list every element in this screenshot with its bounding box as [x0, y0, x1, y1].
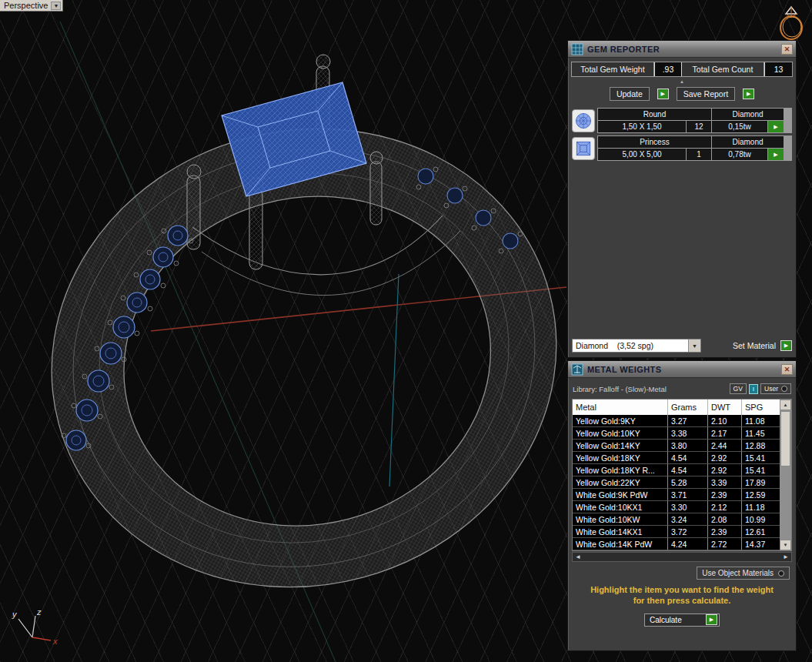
column-header-dwt[interactable]: DWT [708, 400, 742, 415]
scroll-left-icon[interactable]: ◄ [575, 553, 581, 560]
metal-grams: 3.71 [668, 489, 708, 501]
metal-row[interactable]: White Gold:10KW3.242.0810.99 [573, 513, 780, 526]
save-report-go-icon[interactable]: ▶ [743, 89, 754, 99]
metal-row[interactable]: White Gold:10KX13.302.1211.18 [573, 501, 780, 513]
metal-row[interactable]: White Gold:14K PdW4.242.7214.37 [573, 538, 780, 550]
metal-spg: 15.41 [742, 464, 781, 476]
metal-spg: 11.08 [742, 415, 781, 427]
metal-dwt: 2.17 [708, 427, 742, 440]
metal-spg: 10.99 [742, 513, 781, 526]
metal-grams: 3.38 [668, 427, 708, 440]
metal-grams: 4.54 [668, 452, 708, 464]
metal-dwt: 2.12 [708, 501, 742, 513]
metal-row[interactable]: Yellow Gold:14KY3.802.4412.88 [573, 440, 780, 452]
viewport-label-text: Perspective [4, 1, 48, 10]
gem-material: Diamond [712, 136, 784, 148]
gem-weight: 0,15tw [712, 121, 767, 132]
material-dropdown[interactable]: Diamond (3,52 spg) ▼ [572, 339, 701, 353]
use-object-materials-radio-icon[interactable] [778, 570, 784, 577]
metal-name: White Gold:10KW [573, 513, 668, 526]
metal-weights-title: METAL WEIGHTS [587, 365, 777, 374]
gem-size: 1,50 X 1,50 [598, 121, 686, 132]
metal-name: Yellow Gold:22KY [573, 476, 668, 489]
metal-dwt: 2.92 [708, 452, 742, 464]
collapse-arrow-icon[interactable]: ▲ [680, 79, 684, 84]
gv-button[interactable]: GV [730, 383, 747, 394]
viewport-dropdown-icon[interactable]: ▼ [51, 2, 61, 10]
gem-list: Round Diamond 1,50 X 1,50 12 0,15tw ▶ [568, 108, 796, 161]
metal-grams: 3.30 [668, 501, 708, 513]
gem-reporter-close-button[interactable]: ✕ [781, 44, 793, 55]
column-header-spg[interactable]: SPG [742, 400, 781, 415]
user-radio-icon[interactable] [781, 386, 787, 392]
metal-spg: 12.59 [742, 489, 781, 501]
vertical-scrollbar[interactable]: ▲ ▼ [780, 400, 791, 550]
user-button-label: User [764, 385, 778, 393]
metal-row[interactable]: Yellow Gold:18KY R...4.542.9215.41 [573, 464, 780, 476]
column-header-metal[interactable]: Metal [573, 400, 668, 415]
gem-go-icon[interactable]: ▶ [768, 149, 784, 160]
metal-name: Yellow Gold:18KY R... [573, 464, 668, 476]
gem-row-round[interactable]: Round Diamond 1,50 X 1,50 12 0,15tw ▶ [572, 108, 792, 133]
metal-row[interactable]: White Gold:14KX13.722.3912.61 [573, 526, 780, 538]
metal-row[interactable]: Yellow Gold:22KY5.283.3917.89 [573, 476, 780, 489]
total-gem-weight-value: .93 [654, 62, 682, 76]
metal-spg: 12.61 [742, 526, 781, 538]
calculate-go-icon[interactable]: ▶ [706, 614, 717, 625]
metal-spg: 11.18 [742, 501, 781, 513]
user-button[interactable]: User [760, 383, 791, 394]
instruction-text: Highlight the item you want to find the … [568, 585, 796, 607]
save-report-button[interactable]: Save Report [677, 87, 735, 101]
gem-row-princess[interactable]: Princess Diamond 5,00 X 5,00 1 0,78tw ▶ [572, 135, 792, 161]
metal-name: Yellow Gold:10KY [573, 427, 668, 440]
scroll-up-icon[interactable]: ▲ [780, 400, 791, 410]
scroll-down-icon[interactable]: ▼ [780, 540, 791, 550]
horizontal-scrollbar[interactable]: ◄ ► [572, 552, 792, 562]
gem-go-icon[interactable]: ▶ [768, 121, 784, 132]
metal-dwt: 2.44 [708, 440, 742, 452]
update-button[interactable]: Update [610, 87, 650, 101]
use-object-materials-toggle[interactable]: Use Object Materials [697, 567, 790, 580]
gem-count: 1 [687, 149, 711, 160]
metal-weights-close-button[interactable]: ✕ [781, 364, 793, 375]
metal-weights-titlebar[interactable]: METAL WEIGHTS ✕ [568, 361, 796, 378]
metal-grams: 3.24 [668, 513, 708, 526]
scroll-right-icon[interactable]: ► [783, 553, 789, 560]
metal-row[interactable]: Yellow Gold:10KY3.382.1711.45 [573, 427, 780, 440]
column-header-grams[interactable]: Grams [668, 400, 708, 415]
metal-spg: 14.37 [742, 538, 781, 550]
metal-dwt: 2.39 [708, 526, 742, 538]
set-material-go-icon[interactable]: ▶ [780, 340, 792, 351]
material-dropdown-arrow-icon[interactable]: ▼ [688, 339, 700, 352]
gem-reporter-titlebar[interactable]: GEM REPORTER ✕ [568, 41, 796, 58]
gem-reporter-icon [571, 43, 583, 55]
metal-row[interactable]: White Gold:9K PdW3.712.3912.59 [573, 489, 780, 501]
metal-name: White Gold:9K PdW [573, 489, 668, 501]
gv-indicator: I [749, 384, 758, 394]
library-label: Library: Falloff - (Slow)-Metal [573, 385, 727, 393]
gem-count: 12 [687, 121, 711, 132]
metal-name: Yellow Gold:9KY [573, 415, 668, 427]
calculate-button[interactable]: Calculate ▶ [644, 614, 720, 627]
total-gem-weight-label: Total Gem Weight [572, 62, 654, 76]
update-go-icon[interactable]: ▶ [657, 89, 669, 99]
metal-grams: 3.80 [668, 440, 708, 452]
metal-name: White Gold:10KX1 [573, 501, 668, 513]
metal-name: White Gold:14KX1 [573, 526, 668, 538]
axis-y-label: y [12, 610, 18, 619]
metal-grams: 3.27 [668, 415, 708, 427]
metal-spg: 17.89 [742, 476, 781, 489]
set-material-button[interactable]: Set Material [733, 341, 776, 350]
metal-table-header: Metal Grams DWT SPG [573, 400, 780, 415]
gem-shape: Round [598, 109, 711, 120]
metal-dwt: 2.08 [708, 513, 742, 526]
metal-weights-panel: METAL WEIGHTS ✕ Library: Falloff - (Slow… [567, 360, 797, 651]
gem-reporter-title: GEM REPORTER [587, 45, 777, 54]
metal-dwt: 2.92 [708, 464, 742, 476]
metal-row[interactable]: Yellow Gold:9KY3.272.1011.08 [573, 415, 780, 427]
metal-name: Yellow Gold:14KY [573, 440, 668, 452]
scrollbar-thumb[interactable] [780, 411, 790, 466]
metal-row[interactable]: Yellow Gold:18KY4.542.9215.41 [573, 452, 780, 464]
viewport-label[interactable]: Perspective ▼ [0, 0, 63, 12]
gem-reporter-panel: GEM REPORTER ✕ Total Gem Weight .93 Tota… [567, 40, 797, 358]
